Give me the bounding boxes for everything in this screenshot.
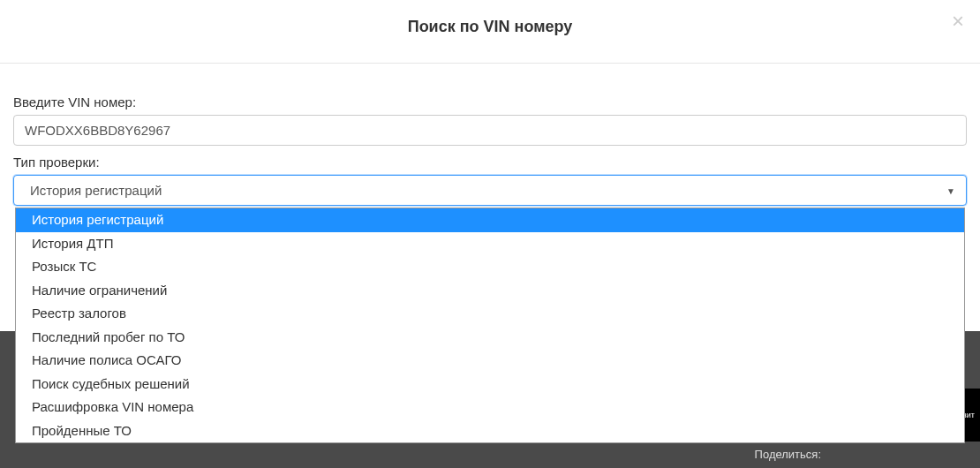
vin-input[interactable] [13,115,967,146]
dropdown-option[interactable]: Пройденные ТО [16,419,964,443]
dropdown-option[interactable]: История ДТП [16,232,964,256]
dropdown-option[interactable]: История регистраций [16,208,964,232]
chevron-down-icon: ▼ [946,185,955,195]
modal-header: Поиск по VIN номеру × [0,0,980,64]
check-type-select[interactable]: История регистраций ▼ [13,175,967,206]
dropdown-option[interactable]: Расшифровка VIN номера [16,396,964,419]
dropdown-list: История регистраций История ДТП Розыск Т… [15,208,965,443]
check-type-select-wrapper: История регистраций ▼ История регистраци… [13,175,967,206]
dropdown-option[interactable]: Реестр залогов [16,302,964,326]
selected-value: История регистраций [30,183,162,198]
modal-body: Введите VIN номер: Тип проверки: История… [0,64,980,206]
dropdown-option[interactable]: Поиск судебных решений [16,373,964,396]
footer-share-text: Поделиться: [755,448,821,461]
dropdown-option[interactable]: Розыск ТС [16,255,964,279]
dropdown-option[interactable]: Наличие полиса ОСАГО [16,349,964,373]
check-type-label: Тип проверки: [13,155,967,170]
modal-title: Поиск по VIN номеру [408,18,573,36]
vin-label: Введите VIN номер: [13,94,967,109]
close-button[interactable]: × [952,11,964,32]
dropdown-option[interactable]: Последний пробег по ТО [16,326,964,350]
dropdown-option[interactable]: Наличие ограничений [16,279,964,303]
